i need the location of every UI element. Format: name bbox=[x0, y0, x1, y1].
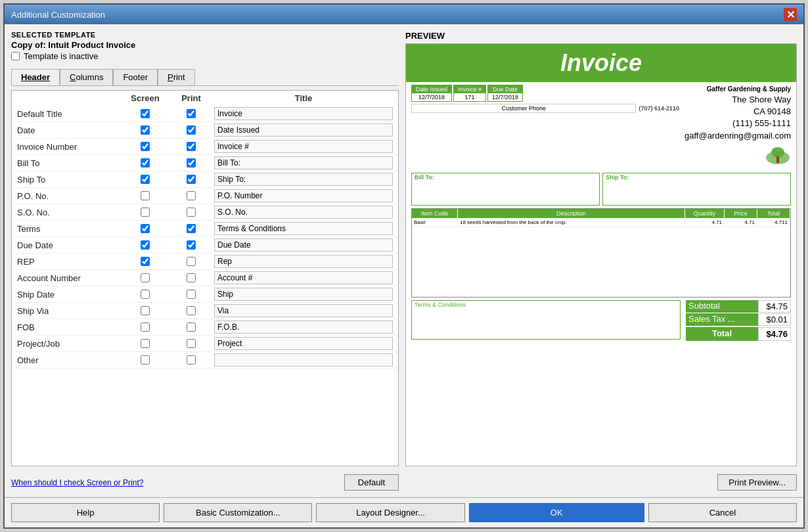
table-row: Ship Date bbox=[12, 286, 398, 303]
title-input[interactable] bbox=[214, 107, 393, 120]
print-checkbox[interactable] bbox=[187, 322, 196, 332]
screen-checkbox[interactable] bbox=[141, 257, 150, 266]
title-cell bbox=[214, 238, 393, 252]
print-checkbox[interactable] bbox=[187, 273, 196, 282]
print-check-cell bbox=[168, 158, 214, 167]
print-checkbox[interactable] bbox=[187, 142, 196, 151]
company-email: gaff@ardenring@gmail.com bbox=[685, 130, 791, 142]
screen-checkbox[interactable] bbox=[141, 355, 150, 365]
title-input[interactable] bbox=[214, 321, 393, 334]
table-row: Project/Job bbox=[12, 336, 398, 352]
bill-to-box: Bill To: bbox=[411, 173, 600, 206]
title-input[interactable] bbox=[214, 337, 393, 350]
screen-checkbox[interactable] bbox=[141, 109, 150, 118]
title-cell bbox=[214, 321, 393, 334]
item-code: Basil bbox=[412, 218, 458, 227]
bill-to-header: Bill To: bbox=[412, 173, 599, 181]
screen-checkbox[interactable] bbox=[141, 290, 150, 299]
grand-total-label: Total bbox=[686, 327, 758, 341]
close-button[interactable]: ✕ bbox=[784, 8, 797, 21]
inactive-checkbox[interactable] bbox=[11, 52, 20, 60]
ok-button[interactable]: OK bbox=[469, 503, 644, 522]
screen-check-cell bbox=[122, 257, 168, 266]
field-label: Ship Via bbox=[17, 306, 122, 316]
print-checkbox[interactable] bbox=[187, 339, 196, 348]
screen-checkbox[interactable] bbox=[141, 339, 150, 348]
table-row: Bill To bbox=[12, 155, 398, 171]
print-checkbox[interactable] bbox=[187, 306, 196, 315]
tab-header[interactable]: Header bbox=[11, 69, 60, 85]
print-checkbox[interactable] bbox=[187, 158, 196, 167]
title-input[interactable] bbox=[214, 156, 393, 169]
title-input[interactable] bbox=[214, 140, 393, 153]
cancel-button[interactable]: Cancel bbox=[648, 503, 797, 522]
title-cell bbox=[214, 189, 393, 202]
field-label: FOB bbox=[17, 322, 122, 332]
print-checkbox[interactable] bbox=[187, 109, 196, 118]
tab-print[interactable]: Print bbox=[158, 69, 195, 85]
col-header-name bbox=[17, 93, 122, 103]
table-row: Terms bbox=[12, 221, 398, 237]
screen-checkbox[interactable] bbox=[141, 158, 150, 167]
print-checkbox[interactable] bbox=[187, 240, 196, 250]
title-input[interactable] bbox=[214, 288, 393, 301]
ship-to-box: Ship To: bbox=[602, 173, 791, 206]
layout-designer-button[interactable]: Layout Designer... bbox=[316, 503, 464, 522]
print-checkbox[interactable] bbox=[187, 355, 196, 365]
title-input[interactable] bbox=[214, 189, 393, 202]
print-checkbox[interactable] bbox=[187, 290, 196, 299]
print-checkbox[interactable] bbox=[187, 224, 196, 233]
svg-point-1 bbox=[771, 147, 784, 158]
screen-checkbox[interactable] bbox=[141, 191, 150, 200]
totals-box: Subtotal $4.75 Sales Tax ... $0.01 Total… bbox=[686, 300, 791, 341]
tab-columns[interactable]: Columns bbox=[60, 69, 113, 85]
items-header: Item CodeDescriptionQuantityPriceTotal bbox=[412, 209, 790, 218]
screen-checkbox[interactable] bbox=[141, 208, 150, 217]
title-input[interactable] bbox=[214, 222, 393, 235]
print-check-cell bbox=[168, 339, 214, 348]
svg-rect-2 bbox=[776, 156, 779, 163]
meta-cell: Date Issued 12/7/2018 bbox=[411, 85, 452, 102]
field-label: Terms bbox=[17, 224, 122, 234]
screen-check-cell bbox=[122, 339, 168, 348]
print-checkbox[interactable] bbox=[187, 125, 196, 135]
title-input[interactable] bbox=[214, 206, 393, 219]
table-row: FOB bbox=[12, 319, 398, 336]
screen-checkbox[interactable] bbox=[141, 240, 150, 250]
title-input[interactable] bbox=[214, 123, 393, 137]
print-preview-button[interactable]: Print Preview... bbox=[717, 474, 797, 491]
screen-checkbox[interactable] bbox=[141, 125, 150, 135]
table-header: Screen Print Title bbox=[12, 91, 398, 106]
print-check-cell bbox=[168, 306, 214, 315]
print-checkbox[interactable] bbox=[187, 191, 196, 200]
print-checkbox[interactable] bbox=[187, 257, 196, 266]
dialog-title: Additional Customization bbox=[11, 10, 105, 20]
table-row: P.O. No. bbox=[12, 188, 398, 204]
tab-footer[interactable]: Footer bbox=[113, 69, 158, 85]
screen-checkbox[interactable] bbox=[141, 175, 150, 184]
screen-checkbox[interactable] bbox=[141, 273, 150, 282]
screen-check-cell bbox=[122, 158, 168, 167]
screen-checkbox[interactable] bbox=[141, 322, 150, 332]
item-total: 4.711 bbox=[757, 218, 790, 227]
screen-checkbox[interactable] bbox=[141, 142, 150, 151]
help-button[interactable]: Help bbox=[11, 503, 160, 522]
col-header-print: Print bbox=[168, 93, 214, 103]
title-cell bbox=[214, 304, 393, 317]
title-cell bbox=[214, 123, 393, 137]
title-input[interactable] bbox=[214, 173, 393, 186]
company-logo bbox=[685, 144, 791, 167]
help-link[interactable]: When should I check Screen or Print? bbox=[11, 478, 143, 487]
screen-checkbox[interactable] bbox=[141, 306, 150, 315]
print-checkbox[interactable] bbox=[187, 208, 196, 217]
screen-check-cell bbox=[122, 322, 168, 332]
default-button[interactable]: Default bbox=[344, 474, 399, 491]
title-input[interactable] bbox=[214, 271, 393, 284]
screen-checkbox[interactable] bbox=[141, 224, 150, 233]
title-input[interactable] bbox=[214, 255, 393, 268]
title-input[interactable] bbox=[214, 304, 393, 317]
print-checkbox[interactable] bbox=[187, 175, 196, 184]
basic-customization-button[interactable]: Basic Customization... bbox=[164, 503, 312, 522]
title-input[interactable] bbox=[214, 353, 393, 366]
title-input[interactable] bbox=[214, 238, 393, 252]
